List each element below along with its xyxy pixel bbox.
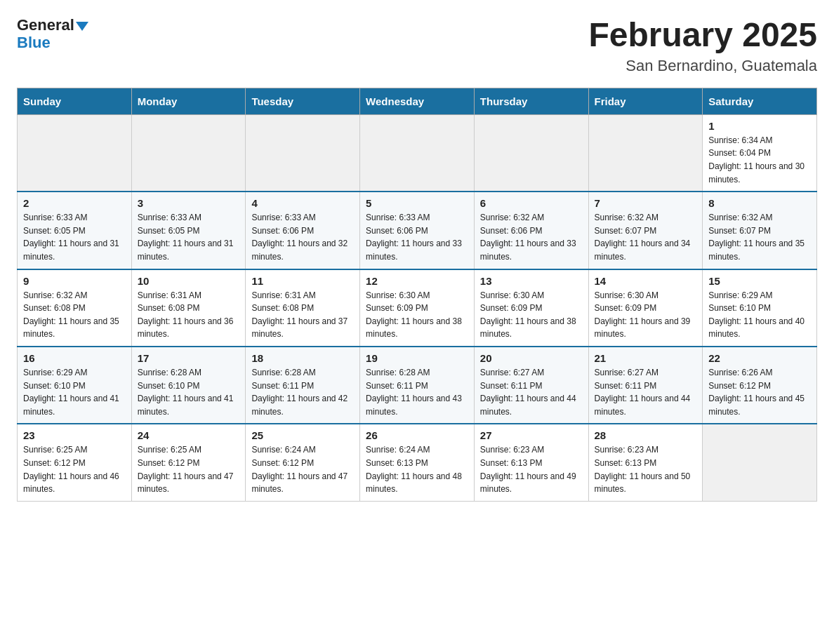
calendar-cell: 14Sunrise: 6:30 AMSunset: 6:09 PMDayligh… (588, 269, 703, 347)
calendar-cell: 13Sunrise: 6:30 AMSunset: 6:09 PMDayligh… (474, 269, 588, 347)
calendar-cell: 9Sunrise: 6:32 AMSunset: 6:08 PMDaylight… (18, 269, 132, 347)
calendar-cell: 2Sunrise: 6:33 AMSunset: 6:05 PMDaylight… (18, 192, 132, 269)
col-header-wednesday: Wednesday (360, 88, 475, 114)
day-info: Sunrise: 6:34 AMSunset: 6:04 PMDaylight:… (708, 134, 811, 186)
calendar-cell: 4Sunrise: 6:33 AMSunset: 6:06 PMDaylight… (246, 192, 360, 269)
day-info: Sunrise: 6:29 AMSunset: 6:10 PMDaylight:… (708, 289, 811, 341)
day-number: 2 (23, 197, 126, 209)
day-info: Sunrise: 6:24 AMSunset: 6:13 PMDaylight:… (366, 443, 468, 495)
calendar-cell (360, 114, 475, 192)
calendar-week-3: 9Sunrise: 6:32 AMSunset: 6:08 PMDaylight… (18, 269, 817, 347)
day-number: 26 (366, 429, 468, 441)
day-number: 9 (23, 275, 126, 287)
month-title: February 2025 (588, 17, 817, 54)
calendar-cell: 23Sunrise: 6:25 AMSunset: 6:12 PMDayligh… (18, 424, 132, 501)
day-info: Sunrise: 6:30 AMSunset: 6:09 PMDaylight:… (480, 289, 583, 341)
calendar-cell: 3Sunrise: 6:33 AMSunset: 6:05 PMDaylight… (131, 192, 246, 269)
calendar-cell: 20Sunrise: 6:27 AMSunset: 6:11 PMDayligh… (474, 347, 588, 424)
location-title: San Bernardino, Guatemala (588, 57, 817, 75)
day-info: Sunrise: 6:24 AMSunset: 6:12 PMDaylight:… (251, 443, 354, 495)
day-info: Sunrise: 6:32 AMSunset: 6:06 PMDaylight:… (480, 211, 583, 263)
day-info: Sunrise: 6:32 AMSunset: 6:07 PMDaylight:… (708, 211, 811, 263)
day-number: 20 (480, 352, 583, 364)
calendar-cell: 19Sunrise: 6:28 AMSunset: 6:11 PMDayligh… (360, 347, 475, 424)
day-info: Sunrise: 6:33 AMSunset: 6:05 PMDaylight:… (23, 211, 126, 263)
calendar-cell: 17Sunrise: 6:28 AMSunset: 6:10 PMDayligh… (131, 347, 246, 424)
day-number: 23 (23, 429, 126, 441)
calendar-cell: 22Sunrise: 6:26 AMSunset: 6:12 PMDayligh… (703, 347, 817, 424)
title-block: February 2025 San Bernardino, Guatemala (588, 17, 817, 75)
day-info: Sunrise: 6:30 AMSunset: 6:09 PMDaylight:… (595, 289, 697, 341)
day-info: Sunrise: 6:25 AMSunset: 6:12 PMDaylight:… (138, 443, 240, 495)
calendar-cell (703, 424, 817, 501)
day-info: Sunrise: 6:23 AMSunset: 6:13 PMDaylight:… (480, 443, 583, 495)
col-header-thursday: Thursday (474, 88, 588, 114)
day-number: 19 (366, 352, 468, 364)
calendar-cell: 21Sunrise: 6:27 AMSunset: 6:11 PMDayligh… (588, 347, 703, 424)
calendar-cell: 27Sunrise: 6:23 AMSunset: 6:13 PMDayligh… (474, 424, 588, 501)
day-number: 13 (480, 275, 583, 287)
calendar-cell: 26Sunrise: 6:24 AMSunset: 6:13 PMDayligh… (360, 424, 475, 501)
day-info: Sunrise: 6:32 AMSunset: 6:08 PMDaylight:… (23, 289, 126, 341)
day-number: 24 (138, 429, 240, 441)
day-number: 3 (138, 197, 240, 209)
col-header-friday: Friday (588, 88, 703, 114)
calendar-week-5: 23Sunrise: 6:25 AMSunset: 6:12 PMDayligh… (18, 424, 817, 501)
logo: General Blue (17, 17, 88, 52)
day-info: Sunrise: 6:23 AMSunset: 6:13 PMDaylight:… (595, 443, 697, 495)
day-number: 6 (480, 197, 583, 209)
calendar-cell (18, 114, 132, 192)
calendar-cell (588, 114, 703, 192)
calendar-cell: 1Sunrise: 6:34 AMSunset: 6:04 PMDaylight… (703, 114, 817, 192)
day-info: Sunrise: 6:33 AMSunset: 6:06 PMDaylight:… (366, 211, 468, 263)
calendar-cell: 12Sunrise: 6:30 AMSunset: 6:09 PMDayligh… (360, 269, 475, 347)
day-info: Sunrise: 6:25 AMSunset: 6:12 PMDaylight:… (23, 443, 126, 495)
col-header-saturday: Saturday (703, 88, 817, 114)
calendar-cell: 28Sunrise: 6:23 AMSunset: 6:13 PMDayligh… (588, 424, 703, 501)
day-info: Sunrise: 6:31 AMSunset: 6:08 PMDaylight:… (251, 289, 354, 341)
col-header-tuesday: Tuesday (246, 88, 360, 114)
calendar-cell: 16Sunrise: 6:29 AMSunset: 6:10 PMDayligh… (18, 347, 132, 424)
calendar-week-4: 16Sunrise: 6:29 AMSunset: 6:10 PMDayligh… (18, 347, 817, 424)
day-info: Sunrise: 6:27 AMSunset: 6:11 PMDaylight:… (595, 366, 697, 418)
day-number: 15 (708, 275, 811, 287)
day-number: 7 (595, 197, 697, 209)
day-number: 22 (708, 352, 811, 364)
calendar-cell (246, 114, 360, 192)
calendar-cell: 11Sunrise: 6:31 AMSunset: 6:08 PMDayligh… (246, 269, 360, 347)
col-header-sunday: Sunday (18, 88, 132, 114)
day-number: 18 (251, 352, 354, 364)
day-number: 14 (595, 275, 697, 287)
calendar-cell (131, 114, 246, 192)
day-info: Sunrise: 6:27 AMSunset: 6:11 PMDaylight:… (480, 366, 583, 418)
page-header: General Blue February 2025 San Bernardin… (17, 17, 817, 75)
calendar-cell: 8Sunrise: 6:32 AMSunset: 6:07 PMDaylight… (703, 192, 817, 269)
day-number: 21 (595, 352, 697, 364)
day-info: Sunrise: 6:28 AMSunset: 6:11 PMDaylight:… (366, 366, 468, 418)
day-info: Sunrise: 6:33 AMSunset: 6:06 PMDaylight:… (251, 211, 354, 263)
day-number: 27 (480, 429, 583, 441)
calendar-cell: 18Sunrise: 6:28 AMSunset: 6:11 PMDayligh… (246, 347, 360, 424)
calendar: SundayMondayTuesdayWednesdayThursdayFrid… (17, 88, 817, 502)
day-info: Sunrise: 6:30 AMSunset: 6:09 PMDaylight:… (366, 289, 468, 341)
calendar-week-1: 1Sunrise: 6:34 AMSunset: 6:04 PMDaylight… (18, 114, 817, 192)
day-number: 8 (708, 197, 811, 209)
day-info: Sunrise: 6:29 AMSunset: 6:10 PMDaylight:… (23, 366, 126, 418)
day-number: 16 (23, 352, 126, 364)
calendar-week-2: 2Sunrise: 6:33 AMSunset: 6:05 PMDaylight… (18, 192, 817, 269)
day-number: 25 (251, 429, 354, 441)
day-number: 28 (595, 429, 697, 441)
day-info: Sunrise: 6:26 AMSunset: 6:12 PMDaylight:… (708, 366, 811, 418)
calendar-header-row: SundayMondayTuesdayWednesdayThursdayFrid… (18, 88, 817, 114)
day-info: Sunrise: 6:28 AMSunset: 6:10 PMDaylight:… (138, 366, 240, 418)
day-number: 5 (366, 197, 468, 209)
calendar-cell: 15Sunrise: 6:29 AMSunset: 6:10 PMDayligh… (703, 269, 817, 347)
day-info: Sunrise: 6:31 AMSunset: 6:08 PMDaylight:… (138, 289, 240, 341)
day-number: 11 (251, 275, 354, 287)
calendar-cell (474, 114, 588, 192)
day-number: 4 (251, 197, 354, 209)
day-number: 12 (366, 275, 468, 287)
col-header-monday: Monday (131, 88, 246, 114)
calendar-cell: 6Sunrise: 6:32 AMSunset: 6:06 PMDaylight… (474, 192, 588, 269)
day-info: Sunrise: 6:33 AMSunset: 6:05 PMDaylight:… (138, 211, 240, 263)
